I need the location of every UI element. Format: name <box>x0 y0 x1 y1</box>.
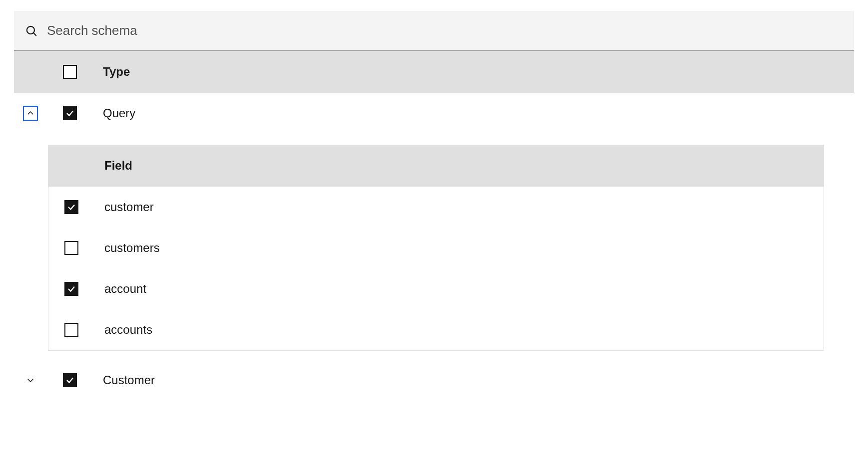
type-column-header: Type <box>103 65 130 79</box>
svg-line-1 <box>33 33 36 35</box>
field-label: account <box>104 282 146 296</box>
type-label: Query <box>103 106 135 120</box>
search-input[interactable] <box>47 23 843 38</box>
checkbox-customers[interactable] <box>64 241 78 255</box>
svg-point-0 <box>27 26 34 33</box>
field-row-customers: customers <box>48 228 824 268</box>
search-bar <box>14 11 854 51</box>
schema-container: Type Query Field <box>0 0 868 401</box>
checkbox-account[interactable] <box>64 282 78 296</box>
field-header-row: Field <box>48 145 824 187</box>
field-column-header: Field <box>104 159 132 173</box>
checkbox-query[interactable] <box>63 106 77 120</box>
field-label: customer <box>104 200 154 214</box>
chevron-down-icon <box>26 376 35 385</box>
checkbox-accounts[interactable] <box>64 323 78 337</box>
field-row-account: account <box>48 268 824 309</box>
type-header-row: Type <box>14 51 854 93</box>
expand-toggle-customer[interactable] <box>23 373 38 388</box>
checkmark-icon <box>65 376 74 385</box>
type-label: Customer <box>103 373 155 387</box>
checkbox-customer[interactable] <box>64 200 78 214</box>
checkmark-icon <box>67 203 76 212</box>
field-label: accounts <box>104 323 152 337</box>
expand-toggle-query[interactable] <box>23 106 38 121</box>
checkbox-customer-type[interactable] <box>63 373 77 387</box>
type-row-customer: Customer <box>14 360 854 401</box>
type-row-query: Query <box>14 93 854 134</box>
fields-panel-query: Field customer customers <box>48 145 824 351</box>
field-row-accounts: accounts <box>48 309 824 350</box>
select-all-types-checkbox[interactable] <box>63 65 77 79</box>
field-row-customer: customer <box>48 187 824 228</box>
checkmark-icon <box>65 109 74 118</box>
field-label: customers <box>104 241 160 255</box>
chevron-up-icon <box>26 109 35 118</box>
checkmark-icon <box>67 284 76 293</box>
search-icon <box>25 24 38 37</box>
